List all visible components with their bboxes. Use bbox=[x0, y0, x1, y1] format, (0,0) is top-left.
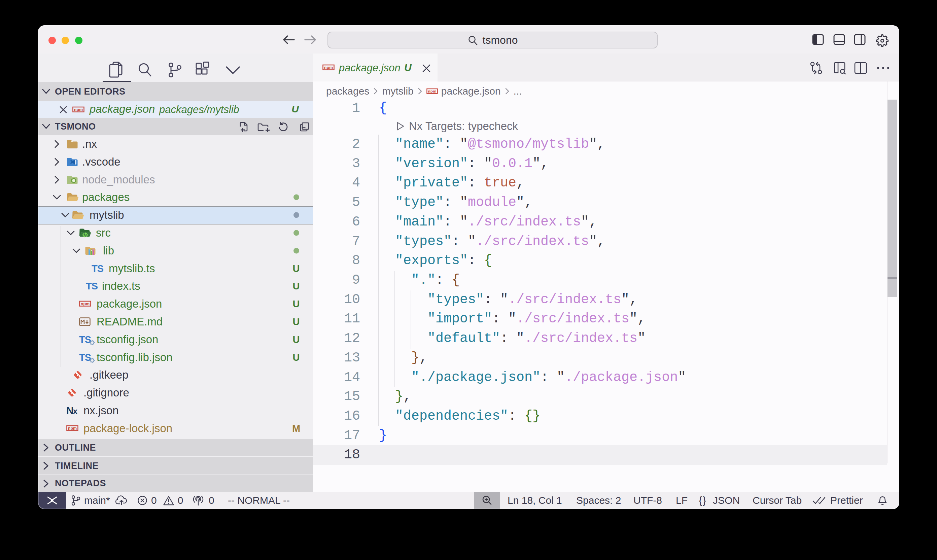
svg-text:npm: npm bbox=[428, 89, 436, 94]
svg-text:npm: npm bbox=[68, 426, 77, 431]
svg-text:npm: npm bbox=[74, 107, 83, 112]
svg-text:npm: npm bbox=[81, 301, 89, 306]
svg-text:npm: npm bbox=[324, 65, 333, 70]
